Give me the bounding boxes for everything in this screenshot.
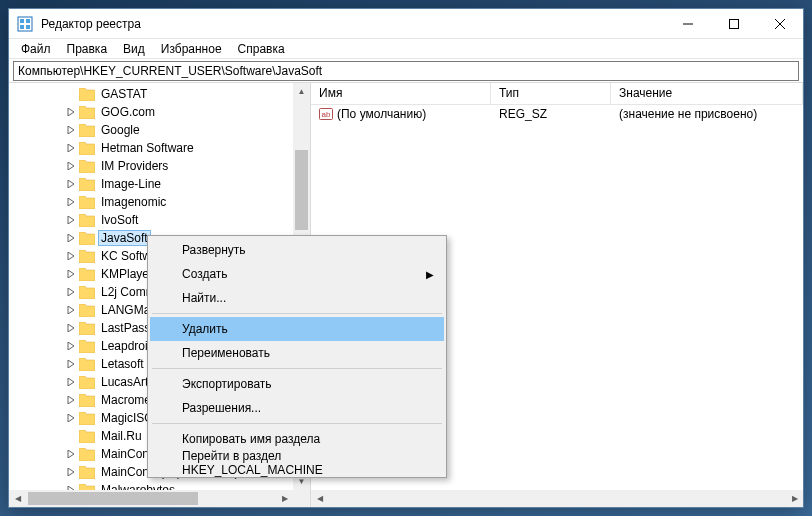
- expand-icon[interactable]: [65, 196, 77, 208]
- menu-edit[interactable]: Правка: [59, 40, 116, 58]
- scroll-right-icon[interactable]: ▶: [786, 490, 803, 507]
- context-item[interactable]: Разрешения...: [150, 396, 444, 420]
- window-title: Редактор реестра: [41, 17, 665, 31]
- col-name[interactable]: Имя: [311, 83, 491, 104]
- expand-icon[interactable]: [65, 376, 77, 388]
- minimize-button[interactable]: [665, 9, 711, 39]
- svg-rect-2: [26, 19, 30, 23]
- folder-icon: [79, 268, 95, 281]
- expand-icon[interactable]: [65, 304, 77, 316]
- menu-help[interactable]: Справка: [230, 40, 293, 58]
- tree-item[interactable]: Imagenomic: [9, 193, 293, 211]
- expand-icon[interactable]: [65, 448, 77, 460]
- expand-icon[interactable]: [65, 106, 77, 118]
- context-item[interactable]: Экспортировать: [150, 372, 444, 396]
- folder-icon: [79, 358, 95, 371]
- folder-icon: [79, 124, 95, 137]
- expand-icon[interactable]: [65, 268, 77, 280]
- cell-value: (значение не присвоено): [611, 107, 803, 121]
- context-menu: РазвернутьСоздать▶Найти...УдалитьПереиме…: [147, 235, 447, 478]
- folder-icon: [79, 466, 95, 479]
- tree-item[interactable]: IM Providers: [9, 157, 293, 175]
- svg-text:ab: ab: [322, 110, 331, 119]
- context-separator: [152, 313, 442, 314]
- folder-icon: [79, 412, 95, 425]
- context-item[interactable]: Найти...: [150, 286, 444, 310]
- tree-item-label: LastPass: [99, 321, 152, 335]
- folder-icon: [79, 160, 95, 173]
- context-item[interactable]: Создать▶: [150, 262, 444, 286]
- tree-item-label: GOG.com: [99, 105, 157, 119]
- tree-item-label: Imagenomic: [99, 195, 168, 209]
- expand-icon[interactable]: [65, 160, 77, 172]
- expand-icon[interactable]: [65, 124, 77, 136]
- scroll-up-icon[interactable]: ▲: [293, 83, 310, 100]
- maximize-button[interactable]: [711, 9, 757, 39]
- tree-scrollbar-horizontal[interactable]: ◀ ▶: [9, 490, 293, 507]
- app-icon: [17, 16, 33, 32]
- folder-icon: [79, 340, 95, 353]
- scroll-thumb[interactable]: [295, 150, 308, 230]
- folder-icon: [79, 430, 95, 443]
- context-item[interactable]: Перейти в раздел HKEY_LOCAL_MACHINE: [150, 451, 444, 475]
- folder-icon: [79, 196, 95, 209]
- folder-icon: [79, 88, 95, 101]
- context-item[interactable]: Копировать имя раздела: [150, 427, 444, 451]
- menu-favorites[interactable]: Избранное: [153, 40, 230, 58]
- address-field[interactable]: Компьютер\HKEY_CURRENT_USER\Software\Jav…: [13, 61, 799, 81]
- col-type[interactable]: Тип: [491, 83, 611, 104]
- scroll-right-icon[interactable]: ▶: [276, 490, 293, 507]
- tree-item-label: Letasoft: [99, 357, 146, 371]
- folder-icon: [79, 304, 95, 317]
- context-item[interactable]: Удалить: [150, 317, 444, 341]
- tree-item[interactable]: GASTAT: [9, 85, 293, 103]
- expand-icon[interactable]: [65, 232, 77, 244]
- expand-icon[interactable]: [65, 322, 77, 334]
- folder-icon: [79, 286, 95, 299]
- context-item[interactable]: Переименовать: [150, 341, 444, 365]
- folder-icon: [79, 178, 95, 191]
- context-item[interactable]: Развернуть: [150, 238, 444, 262]
- expand-icon[interactable]: [65, 466, 77, 478]
- expand-icon[interactable]: [65, 340, 77, 352]
- tree-item[interactable]: GOG.com: [9, 103, 293, 121]
- tree-item[interactable]: Hetman Software: [9, 139, 293, 157]
- tree-item-label: Hetman Software: [99, 141, 196, 155]
- list-row[interactable]: ab (По умолчанию) REG_SZ (значение не пр…: [311, 105, 803, 123]
- cell-name: ab (По умолчанию): [311, 107, 491, 121]
- menu-file[interactable]: Файл: [13, 40, 59, 58]
- close-button[interactable]: [757, 9, 803, 39]
- tree-item[interactable]: IvoSoft: [9, 211, 293, 229]
- svg-rect-3: [20, 25, 24, 29]
- tree-item[interactable]: Image-Line: [9, 175, 293, 193]
- expand-icon[interactable]: [65, 88, 77, 100]
- tree-item[interactable]: Malwarebytes: [9, 481, 293, 490]
- titlebar: Редактор реестра: [9, 9, 803, 39]
- folder-icon: [79, 106, 95, 119]
- expand-icon[interactable]: [65, 430, 77, 442]
- folder-icon: [79, 376, 95, 389]
- scroll-left-icon[interactable]: ◀: [311, 490, 328, 507]
- expand-icon[interactable]: [65, 394, 77, 406]
- folder-icon: [79, 232, 95, 245]
- svg-rect-1: [20, 19, 24, 23]
- col-value[interactable]: Значение: [611, 83, 803, 104]
- expand-icon[interactable]: [65, 214, 77, 226]
- tree-item-label: JavaSoft: [99, 231, 150, 245]
- tree-item-label: Google: [99, 123, 142, 137]
- scroll-left-icon[interactable]: ◀: [9, 490, 26, 507]
- scroll-thumb[interactable]: [28, 492, 198, 505]
- expand-icon[interactable]: [65, 142, 77, 154]
- expand-icon[interactable]: [65, 178, 77, 190]
- tree-item[interactable]: Google: [9, 121, 293, 139]
- expand-icon[interactable]: [65, 412, 77, 424]
- scroll-corner: [293, 490, 310, 507]
- expand-icon[interactable]: [65, 286, 77, 298]
- svg-rect-6: [730, 19, 739, 28]
- menu-view[interactable]: Вид: [115, 40, 153, 58]
- string-value-icon: ab: [319, 107, 333, 121]
- svg-rect-4: [26, 25, 30, 29]
- expand-icon[interactable]: [65, 250, 77, 262]
- expand-icon[interactable]: [65, 358, 77, 370]
- list-scrollbar-horizontal[interactable]: ◀ ▶: [311, 490, 803, 507]
